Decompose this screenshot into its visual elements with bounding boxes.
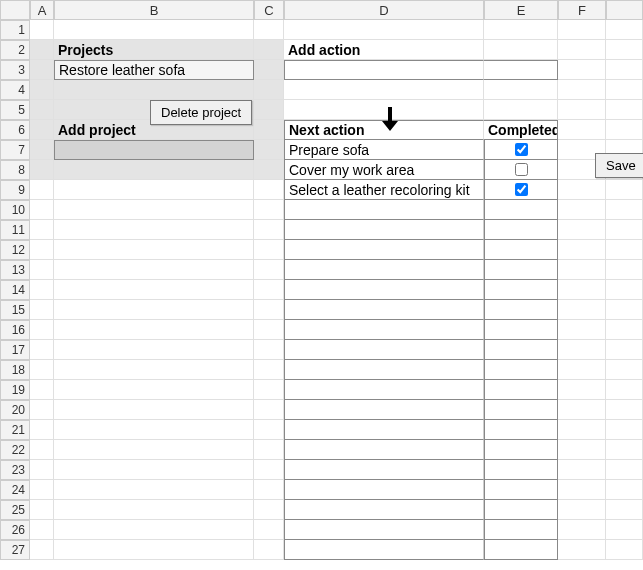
row-header-17[interactable]: 17: [0, 340, 30, 360]
cell-19[interactable]: [606, 380, 643, 400]
cell-A12[interactable]: [30, 240, 54, 260]
row-header-7[interactable]: 7: [0, 140, 30, 160]
cell-B18[interactable]: [54, 360, 254, 380]
cell-D14[interactable]: [284, 280, 484, 300]
cell-F22[interactable]: [558, 440, 606, 460]
add-action-label[interactable]: Add action: [284, 40, 484, 60]
cell-D27[interactable]: [284, 540, 484, 560]
cell-C11[interactable]: [254, 220, 284, 240]
cell-F20[interactable]: [558, 400, 606, 420]
cell-C4[interactable]: [254, 80, 284, 100]
cell-E27[interactable]: [484, 540, 558, 560]
col-header-E[interactable]: E: [484, 0, 558, 20]
cell-F18[interactable]: [558, 360, 606, 380]
action-row-text[interactable]: Prepare sofa: [284, 140, 484, 160]
cell-9[interactable]: [606, 180, 643, 200]
cell-A11[interactable]: [30, 220, 54, 240]
cell-B20[interactable]: [54, 400, 254, 420]
cell-C2[interactable]: [254, 40, 284, 60]
cell-C9[interactable]: [254, 180, 284, 200]
completed-header[interactable]: Completed: [484, 120, 558, 140]
cell-B9[interactable]: [54, 180, 254, 200]
cell-A13[interactable]: [30, 260, 54, 280]
cell-C26[interactable]: [254, 520, 284, 540]
cell-B17[interactable]: [54, 340, 254, 360]
cell-F21[interactable]: [558, 420, 606, 440]
cell-D1[interactable]: [284, 20, 484, 40]
cell-B25[interactable]: [54, 500, 254, 520]
cell-D18[interactable]: [284, 360, 484, 380]
cell-F11[interactable]: [558, 220, 606, 240]
cell-C10[interactable]: [254, 200, 284, 220]
cell-2[interactable]: [606, 40, 643, 60]
cell-E26[interactable]: [484, 520, 558, 540]
cell-15[interactable]: [606, 300, 643, 320]
cell-A16[interactable]: [30, 320, 54, 340]
cell-C18[interactable]: [254, 360, 284, 380]
row-header-19[interactable]: 19: [0, 380, 30, 400]
cell-F25[interactable]: [558, 500, 606, 520]
cell-13[interactable]: [606, 260, 643, 280]
cell-F9[interactable]: [558, 180, 606, 200]
cell-23[interactable]: [606, 460, 643, 480]
cell-E23[interactable]: [484, 460, 558, 480]
cell-D13[interactable]: [284, 260, 484, 280]
cell-C15[interactable]: [254, 300, 284, 320]
cell-F24[interactable]: [558, 480, 606, 500]
cell-B4[interactable]: [54, 80, 254, 100]
cell-14[interactable]: [606, 280, 643, 300]
cell-A26[interactable]: [30, 520, 54, 540]
cell-F16[interactable]: [558, 320, 606, 340]
cell-A6[interactable]: [30, 120, 54, 140]
row-header-2[interactable]: 2: [0, 40, 30, 60]
cell-12[interactable]: [606, 240, 643, 260]
cell-C16[interactable]: [254, 320, 284, 340]
cell-F10[interactable]: [558, 200, 606, 220]
cell-A2[interactable]: [30, 40, 54, 60]
cell-11[interactable]: [606, 220, 643, 240]
cell-E16[interactable]: [484, 320, 558, 340]
cell-B27[interactable]: [54, 540, 254, 560]
cell-D20[interactable]: [284, 400, 484, 420]
select-all-corner[interactable]: [0, 0, 30, 20]
action-row-completed[interactable]: [484, 180, 558, 200]
cell-D15[interactable]: [284, 300, 484, 320]
cell-E19[interactable]: [484, 380, 558, 400]
cell-A18[interactable]: [30, 360, 54, 380]
cell-C7[interactable]: [254, 140, 284, 160]
add-project-input[interactable]: [54, 140, 254, 160]
cell-E18[interactable]: [484, 360, 558, 380]
col-header-A[interactable]: A: [30, 0, 54, 20]
cell-D26[interactable]: [284, 520, 484, 540]
cell-A23[interactable]: [30, 460, 54, 480]
cell-C17[interactable]: [254, 340, 284, 360]
cell-A25[interactable]: [30, 500, 54, 520]
cell-C6[interactable]: [254, 120, 284, 140]
col-header-B[interactable]: B: [54, 0, 254, 20]
cell-B8[interactable]: [54, 160, 254, 180]
cell-F23[interactable]: [558, 460, 606, 480]
cell-B12[interactable]: [54, 240, 254, 260]
cell-C20[interactable]: [254, 400, 284, 420]
cell-D10[interactable]: [284, 200, 484, 220]
cell-E17[interactable]: [484, 340, 558, 360]
cell-1[interactable]: [606, 20, 643, 40]
cell-A5[interactable]: [30, 100, 54, 120]
cell-C8[interactable]: [254, 160, 284, 180]
cell-B1[interactable]: [54, 20, 254, 40]
cell-A10[interactable]: [30, 200, 54, 220]
row-header-15[interactable]: 15: [0, 300, 30, 320]
save-button[interactable]: Save: [595, 153, 643, 178]
cell-A21[interactable]: [30, 420, 54, 440]
row-header-1[interactable]: 1: [0, 20, 30, 40]
row-header-10[interactable]: 10: [0, 200, 30, 220]
cell-26[interactable]: [606, 520, 643, 540]
cell-D4[interactable]: [284, 80, 484, 100]
cell-E4[interactable]: [484, 80, 558, 100]
cell-D16[interactable]: [284, 320, 484, 340]
cell-E21[interactable]: [484, 420, 558, 440]
cell-C13[interactable]: [254, 260, 284, 280]
delete-project-button[interactable]: Delete project: [150, 100, 252, 125]
row-header-26[interactable]: 26: [0, 520, 30, 540]
cell-F12[interactable]: [558, 240, 606, 260]
